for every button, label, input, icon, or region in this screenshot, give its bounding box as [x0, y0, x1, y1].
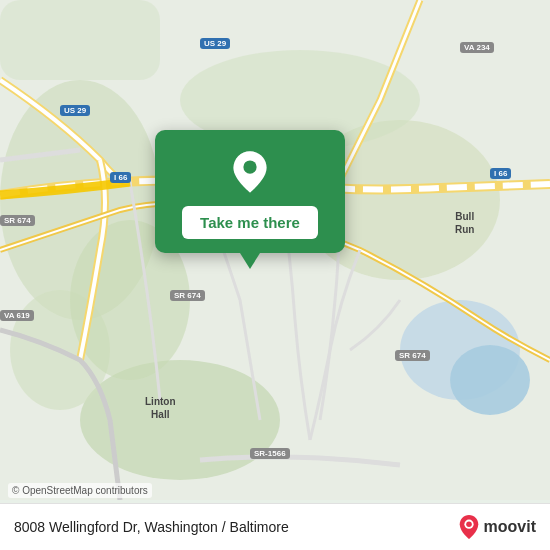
- linton-hall-label: LintonHall: [145, 395, 176, 421]
- i66-label-left: I 66: [110, 172, 131, 183]
- bottom-bar: 8008 Wellingford Dr, Washington / Baltim…: [0, 503, 550, 550]
- us29-label-left: US 29: [60, 105, 90, 116]
- moovit-brand-text: moovit: [484, 518, 536, 536]
- us29-label-top: US 29: [200, 38, 230, 49]
- svg-point-12: [243, 160, 256, 173]
- va619-label: VA 619: [0, 310, 34, 321]
- sr674-label-right: SR 674: [395, 350, 430, 361]
- svg-point-14: [466, 521, 472, 527]
- i66-label-right: I 66: [490, 168, 511, 179]
- popup-card: Take me there: [155, 130, 345, 253]
- moovit-pin-icon: [458, 514, 480, 540]
- map-attribution: © OpenStreetMap contributors: [8, 483, 152, 498]
- svg-rect-7: [0, 0, 160, 80]
- address-text: 8008 Wellingford Dr, Washington / Baltim…: [14, 519, 289, 535]
- location-pin-icon: [226, 148, 274, 196]
- va234-label: VA 234: [460, 42, 494, 53]
- sr674-label-center: SR 674: [170, 290, 205, 301]
- sr1566-label: SR-1566: [250, 448, 290, 459]
- bull-run-label: BullRun: [455, 210, 474, 236]
- map-container: US 29 US 29 I 66 I 66 VA 234 SR 674 SR 6…: [0, 0, 550, 550]
- moovit-logo: moovit: [458, 514, 536, 540]
- svg-point-5: [450, 345, 530, 415]
- take-me-there-button[interactable]: Take me there: [182, 206, 318, 239]
- sr674-label-left: SR 674: [0, 215, 35, 226]
